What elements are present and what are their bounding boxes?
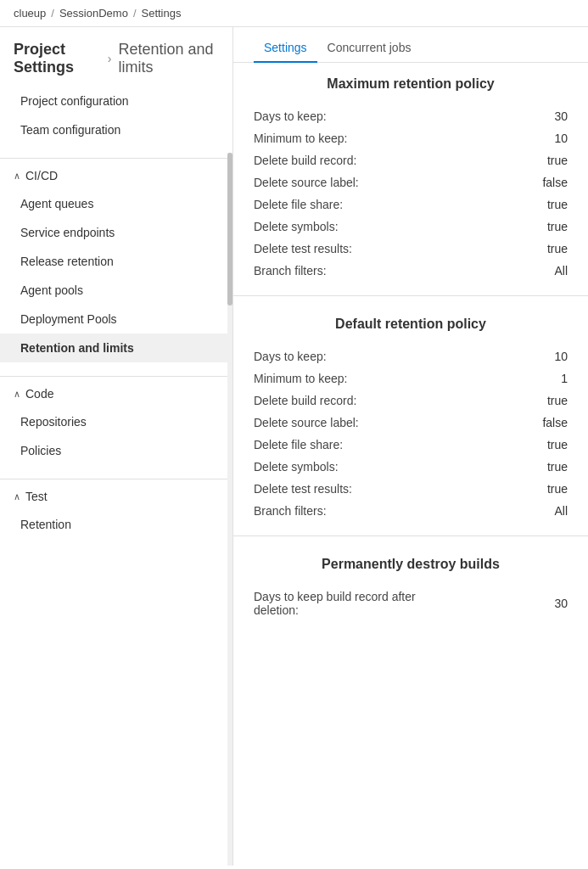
breadcrumb-part-1[interactable]: clueup (14, 7, 46, 20)
policy-row-delete-source-label: Delete source label: false (254, 171, 568, 193)
permanently-destroy-table: Days to keep build record after deletion… (254, 586, 568, 621)
policy-row-delete-test-results: Delete test results: true (254, 238, 568, 260)
destroy-value-days-to-keep: 30 (554, 597, 568, 610)
default-policy-row-delete-source-label: Delete source label: false (254, 412, 568, 434)
sidebar-page-label: Retention and limits (118, 41, 219, 76)
default-label-branch-filters: Branch filters: (254, 504, 327, 518)
default-value-minimum-to-keep: 1 (561, 372, 568, 385)
section-permanently-destroy-title: Permanently destroy builds (254, 557, 568, 572)
tab-concurrent-jobs[interactable]: Concurrent jobs (317, 34, 422, 63)
policy-row-branch-filters: Branch filters: All (254, 260, 568, 282)
default-policy-row-delete-file-share: Delete file share: true (254, 434, 568, 456)
default-value-days-to-keep: 10 (554, 350, 568, 363)
sidebar-item-agent-pools[interactable]: Agent pools (0, 276, 232, 305)
breadcrumb-part-2[interactable]: SessionDemo (59, 7, 128, 20)
policy-row-delete-symbols: Delete symbols: true (254, 216, 568, 238)
value-branch-filters: All (554, 264, 568, 278)
label-delete-build-record: Delete build record: (254, 154, 356, 167)
section-permanently-destroy: Permanently destroy builds Days to keep … (233, 543, 588, 628)
sidebar: Project Settings › Retention and limits … (0, 27, 233, 866)
label-delete-source-label: Delete source label: (254, 176, 359, 189)
tab-settings[interactable]: Settings (254, 34, 317, 63)
divider-cicd (0, 158, 232, 159)
default-value-delete-test-results: true (547, 482, 568, 496)
divider-between-sections-2 (233, 535, 588, 536)
value-delete-file-share: true (547, 198, 568, 211)
label-minimum-to-keep: Minimum to keep: (254, 132, 347, 145)
section-maximum-retention: Maximum retention policy Days to keep: 3… (233, 63, 588, 289)
sidebar-section-code-label: Code (25, 387, 53, 401)
scroll-thumb[interactable] (227, 153, 232, 306)
breadcrumb-sep-2: / (133, 7, 137, 20)
default-value-delete-build-record: true (547, 394, 568, 407)
main-layout: Project Settings › Retention and limits … (0, 27, 588, 866)
default-policy-row-minimum-to-keep: Minimum to keep: 1 (254, 367, 568, 390)
section-default-retention: Default retention policy Days to keep: 1… (233, 303, 588, 529)
default-policy-row-branch-filters: Branch filters: All (254, 500, 568, 522)
breadcrumb: clueup / SessionDemo / Settings (0, 0, 588, 27)
sidebar-scrollbar[interactable] (227, 102, 232, 866)
divider-between-sections-1 (233, 295, 588, 296)
sidebar-item-retention-and-limits[interactable]: Retention and limits (0, 334, 232, 362)
sidebar-item-release-retention[interactable]: Release retention (0, 247, 232, 276)
default-policy-row-days-to-keep: Days to keep: 10 (254, 345, 568, 367)
sidebar-item-repositories[interactable]: Repositories (0, 407, 232, 436)
default-policy-row-delete-build-record: Delete build record: true (254, 390, 568, 412)
sidebar-item-agent-queues[interactable]: Agent queues (0, 189, 232, 218)
label-delete-symbols: Delete symbols: (254, 220, 339, 233)
default-label-delete-symbols: Delete symbols: (254, 460, 339, 474)
value-delete-test-results: true (547, 242, 568, 255)
default-label-delete-build-record: Delete build record: (254, 394, 356, 407)
section-maximum-retention-title: Maximum retention policy (254, 76, 568, 92)
default-label-delete-test-results: Delete test results: (254, 482, 352, 496)
divider-test (0, 479, 232, 479)
sidebar-item-service-endpoints[interactable]: Service endpoints (0, 218, 232, 247)
breadcrumb-part-3[interactable]: Settings (142, 7, 182, 20)
sidebar-section-test-label: Test (25, 490, 48, 503)
sidebar-item-project-configuration[interactable]: Project configuration (0, 87, 232, 115)
destroy-policy-row-days-to-keep: Days to keep build record after deletion… (254, 586, 568, 621)
chevron-cicd-icon: ∧ (14, 171, 20, 182)
breadcrumb-sep-1: / (51, 7, 54, 20)
value-days-to-keep: 30 (554, 109, 568, 123)
scroll-track (227, 153, 232, 866)
sidebar-section-cicd-header[interactable]: ∧ CI/CD (0, 162, 232, 189)
section-default-retention-title: Default retention policy (254, 317, 568, 332)
sidebar-section-test: ∧ Test Retention (0, 479, 232, 539)
default-value-delete-symbols: true (547, 460, 568, 474)
destroy-label-days-to-keep: Days to keep build record after deletion… (254, 590, 457, 617)
default-value-branch-filters: All (554, 504, 568, 518)
sidebar-header: Project Settings › Retention and limits (0, 27, 232, 87)
default-policy-row-delete-test-results: Delete test results: true (254, 478, 568, 500)
default-retention-table: Days to keep: 10 Minimum to keep: 1 Dele… (254, 345, 568, 522)
chevron-test-icon: ∧ (14, 491, 20, 502)
policy-row-delete-file-share: Delete file share: true (254, 193, 568, 216)
default-value-delete-file-share: true (547, 438, 568, 451)
label-delete-file-share: Delete file share: (254, 198, 343, 211)
sidebar-item-policies[interactable]: Policies (0, 436, 232, 465)
default-label-minimum-to-keep: Minimum to keep: (254, 372, 347, 385)
sidebar-section-cicd-label: CI/CD (25, 169, 58, 182)
value-delete-source-label: false (542, 176, 568, 189)
default-label-delete-file-share: Delete file share: (254, 438, 343, 451)
label-branch-filters: Branch filters: (254, 264, 327, 278)
maximum-retention-table: Days to keep: 30 Minimum to keep: 10 Del… (254, 105, 568, 282)
sidebar-section-code-header[interactable]: ∧ Code (0, 380, 232, 407)
chevron-code-icon: ∧ (14, 389, 20, 400)
sidebar-project-settings-label: Project Settings (14, 41, 101, 76)
value-delete-build-record: true (547, 154, 568, 167)
sidebar-section-test-header[interactable]: ∧ Test (0, 483, 232, 510)
sidebar-item-retention[interactable]: Retention (0, 510, 232, 539)
sidebar-item-team-configuration[interactable]: Team configuration (0, 115, 232, 144)
sidebar-section-cicd: ∧ CI/CD Agent queues Service endpoints R… (0, 158, 232, 362)
default-label-delete-source-label: Delete source label: (254, 416, 359, 429)
label-delete-test-results: Delete test results: (254, 242, 352, 255)
policy-row-delete-build-record: Delete build record: true (254, 149, 568, 171)
content-tabs: Settings Concurrent jobs (233, 34, 588, 63)
sidebar-section-code: ∧ Code Repositories Policies (0, 376, 232, 465)
sidebar-item-deployment-pools[interactable]: Deployment Pools (0, 305, 232, 334)
value-minimum-to-keep: 10 (554, 132, 568, 145)
content-area: Settings Concurrent jobs Maximum retenti… (233, 27, 588, 866)
sidebar-arrow-icon: › (108, 52, 112, 65)
value-delete-symbols: true (547, 220, 568, 233)
